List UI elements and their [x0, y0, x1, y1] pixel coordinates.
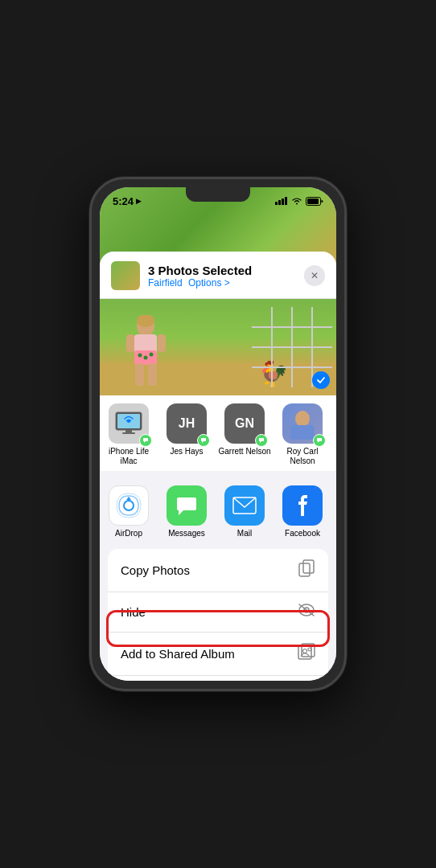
action-item-add-shared-album[interactable]: Add to Shared Album: [108, 633, 328, 676]
close-button[interactable]: ✕: [304, 265, 325, 286]
person-name-rcn: Roy Carl Nelson: [274, 447, 331, 466]
share-subtitle: Fairfield Options >: [148, 277, 296, 289]
svg-rect-44: [122, 432, 135, 434]
share-sheet: 3 Photos Selected Fairfield Options > ✕ …: [100, 252, 336, 681]
phone-screen: 5:24 ▶: [100, 187, 336, 681]
app-item-messages[interactable]: Messages: [158, 485, 216, 538]
signal-icon: [275, 197, 288, 205]
status-time: 5:24: [113, 195, 134, 207]
svg-point-35: [144, 356, 148, 360]
status-icons: [275, 197, 323, 206]
copy-icon: [298, 559, 315, 581]
message-badge-imac: [139, 434, 152, 447]
svg-point-34: [138, 354, 142, 358]
svg-point-48: [124, 501, 134, 510]
person-item-garrett-nelson[interactable]: GN Garrett Nelson: [216, 403, 274, 466]
notch: [186, 187, 250, 202]
share-location: Fairfield: [148, 277, 183, 289]
hide-icon: [298, 603, 315, 621]
share-info: 3 Photos Selected Fairfield Options >: [148, 264, 296, 289]
photo-preview: 🐓: [100, 299, 336, 395]
phone-frame: 5:24 ▶: [89, 177, 347, 691]
action-label-add-shared-album: Add to Shared Album: [121, 647, 235, 661]
share-header: 3 Photos Selected Fairfield Options > ✕: [100, 252, 336, 299]
app-name-airdrop: AirDrop: [115, 529, 142, 538]
svg-point-59: [303, 649, 307, 653]
svg-point-36: [150, 353, 154, 357]
person-name-imac: iPhone Life iMac: [100, 447, 158, 466]
person-item-iphone-life-imac[interactable]: iPhone Life iMac: [100, 403, 158, 466]
people-row: iPhone Life iMac JH Jes Hays GN: [100, 395, 336, 471]
svg-rect-1: [278, 200, 281, 205]
action-item-add-to-album[interactable]: Add to Album: [108, 676, 328, 681]
action-item-copy-photos[interactable]: Copy Photos: [108, 549, 328, 592]
app-name-mail: Mail: [237, 529, 252, 538]
app-name-facebook: Facebook: [285, 529, 320, 538]
svg-rect-2: [282, 199, 284, 205]
app-item-airdrop[interactable]: AirDrop: [100, 485, 158, 538]
message-badge-jh: [197, 434, 210, 447]
share-title: 3 Photos Selected: [148, 264, 296, 277]
svg-rect-0: [275, 202, 278, 205]
svg-rect-47: [290, 425, 315, 440]
person-avatar-jh: JH: [167, 403, 207, 444]
person-name-gn: Garrett Nelson: [218, 447, 270, 457]
messages-icon: [167, 485, 207, 526]
person-avatar-imac: [109, 403, 149, 444]
shared-album-icon: [298, 643, 315, 665]
wifi-icon: [291, 197, 302, 205]
share-thumbnail: [111, 261, 140, 290]
svg-marker-50: [126, 497, 131, 500]
svg-rect-53: [299, 563, 310, 576]
person-avatar-gn: GN: [224, 403, 265, 444]
person-item-jes-hays[interactable]: JH Jes Hays: [158, 403, 216, 466]
svg-rect-39: [135, 363, 144, 386]
message-badge-rcn: [313, 434, 326, 447]
app-name-messages: Messages: [168, 529, 205, 538]
share-options-link[interactable]: Options >: [188, 277, 230, 289]
app-row: AirDrop Messages: [100, 477, 336, 542]
person-item-roy-carl-nelson[interactable]: Roy Carl Nelson: [274, 403, 331, 466]
person-avatar-rcn: [282, 403, 323, 444]
message-badge-gn: [255, 434, 268, 447]
action-item-hide[interactable]: Hide: [108, 592, 328, 633]
person-name-jh: Jes Hays: [170, 447, 203, 457]
checkmark-badge: [312, 371, 330, 389]
close-icon: ✕: [311, 270, 319, 281]
facebook-icon: [282, 485, 323, 526]
app-item-facebook[interactable]: Facebook: [274, 485, 331, 538]
action-label-hide: Hide: [121, 605, 146, 619]
battery-icon: [306, 197, 323, 206]
app-item-mail[interactable]: Mail: [216, 485, 274, 538]
mail-icon: [224, 485, 265, 526]
svg-rect-38: [158, 334, 166, 352]
svg-rect-6: [307, 199, 319, 204]
action-label-copy-photos: Copy Photos: [121, 563, 190, 577]
svg-rect-3: [285, 197, 287, 205]
svg-rect-40: [148, 363, 157, 386]
location-icon: ▶: [136, 197, 142, 205]
svg-rect-37: [126, 334, 134, 352]
svg-point-46: [295, 411, 310, 427]
svg-point-4: [296, 203, 298, 205]
svg-rect-52: [303, 560, 314, 573]
svg-rect-43: [125, 430, 132, 432]
action-list: Copy Photos Hide: [108, 549, 328, 681]
airdrop-icon: [109, 485, 149, 526]
